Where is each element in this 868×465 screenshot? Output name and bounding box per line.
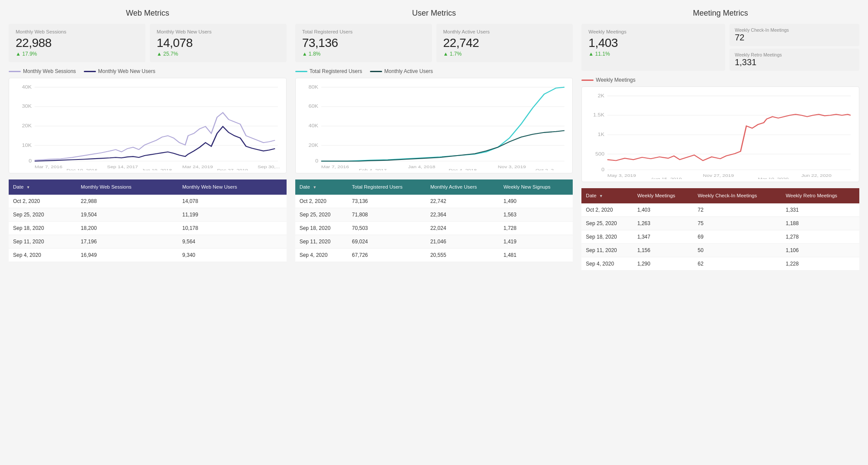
registered-legend-line [295, 71, 307, 72]
svg-text:500: 500 [595, 152, 604, 156]
svg-text:May 3, 2019: May 3, 2019 [607, 173, 636, 178]
table-row: Sep 25, 202019,50411,199 [9, 208, 287, 221]
web-sessions-label: Monthly Web Sessions [16, 29, 139, 34]
monthly-active-kpi: Monthly Active Users 22,742 ▲ 1.7% [436, 24, 573, 62]
svg-text:Nov 3, 2019: Nov 3, 2019 [498, 164, 526, 169]
retro-meetings-kpi: Weekly Retro Meetings 1,331 [729, 49, 859, 71]
svg-text:Dec 10, 2016: Dec 10, 2016 [66, 168, 97, 170]
table-row: Sep 18, 202070,50322,0241,728 [295, 221, 573, 235]
weekly-meetings-label: Weekly Meetings [588, 29, 718, 34]
meeting-legend: Weekly Meetings [581, 77, 859, 83]
svg-text:Nov 27, 2019: Nov 27, 2019 [703, 173, 734, 178]
checkin-meetings-label: Weekly Check-In Meetings [735, 27, 854, 33]
web-new-users-legend-label: Monthly Web New Users [98, 68, 155, 74]
svg-text:Mar 10, 2020: Mar 10, 2020 [758, 176, 789, 179]
table-row: Sep 4, 202016,9499,340 [9, 248, 287, 262]
user-legend: Total Registered Users Monthly Active Us… [295, 68, 573, 74]
svg-text:Mar 7, 2016: Mar 7, 2016 [321, 164, 349, 169]
user-table: Date ▼ Total Registered Users Monthly Ac… [295, 179, 573, 262]
user-legend-registered: Total Registered Users [295, 68, 362, 74]
meeting-kpi-row: Weekly Meetings 1,403 ▲ 11.1% Weekly Che… [581, 24, 859, 71]
web-col-new-users: Monthly Web New Users [178, 179, 287, 195]
svg-text:40K: 40K [22, 85, 32, 90]
web-chart-svg: 40K 30K 20K 10K 0 Mar 7, 2016 Sep 14, 20… [14, 83, 281, 170]
svg-text:2K: 2K [598, 93, 605, 98]
user-col-date[interactable]: Date ▼ [295, 179, 348, 195]
web-new-users-legend-line [84, 71, 96, 72]
web-col-sessions: Monthly Web Sessions [76, 179, 178, 195]
table-row: Oct 2, 202022,98814,078 [9, 195, 287, 208]
meeting-col-weekly: Weekly Meetings [633, 188, 693, 203]
svg-text:Dec 4, 2018: Dec 4, 2018 [449, 168, 477, 170]
web-legend-sessions: Monthly Web Sessions [9, 68, 76, 74]
meeting-chart: 2K 1.5K 1K 500 0 May 3, 2019 Nov 27, 201… [581, 86, 859, 182]
user-col-active: Monthly Active Users [426, 179, 499, 195]
web-sessions-value: 22,988 [16, 36, 139, 50]
user-chart: 80K 60K 40K 20K 0 Mar 7, 2016 Jan 4, 201… [295, 78, 573, 173]
web-new-users-value: 14,078 [157, 36, 280, 50]
user-col-signups: Weekly New Signups [499, 179, 573, 195]
meeting-col-checkin: Weekly Check-In Meetings [693, 188, 782, 203]
monthly-active-change: ▲ 1.7% [443, 51, 566, 57]
table-row: Sep 4, 202067,72620,5551,481 [295, 248, 573, 262]
svg-text:1K: 1K [598, 132, 605, 137]
active-legend-label: Monthly Active Users [384, 68, 433, 74]
table-row: Sep 18, 202018,20010,178 [9, 221, 287, 235]
meeting-legend-weekly: Weekly Meetings [581, 77, 635, 83]
svg-text:Jun 19, 2018: Jun 19, 2018 [142, 168, 172, 170]
meeting-col-date[interactable]: Date ▼ [581, 188, 633, 203]
svg-text:Oct 2, 2...: Oct 2, 2... [535, 168, 558, 170]
table-row: Sep 11, 202069,02421,0461,419 [295, 235, 573, 248]
weekly-meetings-change: ▲ 11.1% [588, 51, 718, 57]
total-registered-change: ▲ 1.8% [302, 51, 425, 57]
web-legend: Monthly Web Sessions Monthly Web New Use… [9, 68, 287, 74]
svg-text:Jan 4, 2018: Jan 4, 2018 [408, 164, 435, 169]
svg-text:Feb 4, 2017: Feb 4, 2017 [359, 168, 386, 170]
table-row: Oct 2, 202073,13622,7421,490 [295, 195, 573, 208]
web-kpi-row: Monthly Web Sessions 22,988 ▲ 17.9% Mont… [9, 24, 287, 62]
meeting-mini-kpis: Weekly Check-In Meetings 72 Weekly Retro… [729, 24, 859, 71]
total-registered-label: Total Registered Users [302, 29, 425, 34]
web-metrics-title: Web Metrics [9, 9, 287, 18]
table-row: Sep 25, 20201,263751,188 [581, 216, 859, 230]
svg-text:40K: 40K [308, 123, 318, 128]
web-new-users-change: ▲ 25.7% [157, 51, 280, 57]
total-registered-kpi: Total Registered Users 73,136 ▲ 1.8% [295, 24, 432, 62]
weekly-meetings-value: 1,403 [588, 36, 718, 50]
web-sessions-change: ▲ 17.9% [16, 51, 139, 57]
svg-text:0: 0 [601, 167, 604, 172]
web-sessions-kpi: Monthly Web Sessions 22,988 ▲ 17.9% [9, 24, 145, 62]
user-metrics-title: User Metrics [295, 9, 573, 18]
web-col-date[interactable]: Date ▼ [9, 179, 76, 195]
web-metrics-section: Web Metrics Monthly Web Sessions 22,988 … [9, 9, 287, 271]
meeting-metrics-section: Meeting Metrics Weekly Meetings 1,403 ▲ … [581, 9, 859, 271]
dashboard: Web Metrics Monthly Web Sessions 22,988 … [9, 9, 859, 271]
monthly-active-label: Monthly Active Users [443, 29, 566, 34]
meeting-chart-svg: 2K 1.5K 1K 500 0 May 3, 2019 Nov 27, 201… [587, 91, 854, 179]
web-table: Date ▼ Monthly Web Sessions Monthly Web … [9, 179, 287, 262]
registered-legend-label: Total Registered Users [310, 68, 362, 74]
user-legend-active: Monthly Active Users [370, 68, 433, 74]
svg-text:0: 0 [29, 159, 32, 163]
svg-text:Aug 15, 2019: Aug 15, 2019 [651, 176, 682, 179]
svg-text:Sep 30,...: Sep 30,... [257, 164, 280, 169]
web-sessions-legend-label: Monthly Web Sessions [23, 68, 76, 74]
svg-text:0: 0 [315, 159, 318, 163]
svg-text:1.5K: 1.5K [593, 113, 604, 118]
active-legend-line [370, 71, 382, 72]
svg-text:20K: 20K [22, 123, 32, 128]
svg-text:Dec 27, 2019: Dec 27, 2019 [217, 168, 248, 170]
meeting-col-retro: Weekly Retro Meetings [781, 188, 859, 203]
user-chart-svg: 80K 60K 40K 20K 0 Mar 7, 2016 Jan 4, 201… [301, 83, 568, 170]
user-kpi-row: Total Registered Users 73,136 ▲ 1.8% Mon… [295, 24, 573, 62]
user-metrics-section: User Metrics Total Registered Users 73,1… [295, 9, 573, 271]
table-row: Sep 4, 20201,290621,228 [581, 257, 859, 270]
svg-text:20K: 20K [308, 143, 318, 148]
svg-text:80K: 80K [308, 85, 318, 90]
monthly-active-value: 22,742 [443, 36, 566, 50]
weekly-meetings-kpi: Weekly Meetings 1,403 ▲ 11.1% [581, 24, 725, 71]
table-row: Oct 2, 20201,403721,331 [581, 203, 859, 217]
retro-meetings-value: 1,331 [735, 57, 854, 67]
web-new-users-label: Monthly Web New Users [157, 29, 280, 34]
web-legend-new-users: Monthly Web New Users [84, 68, 155, 74]
